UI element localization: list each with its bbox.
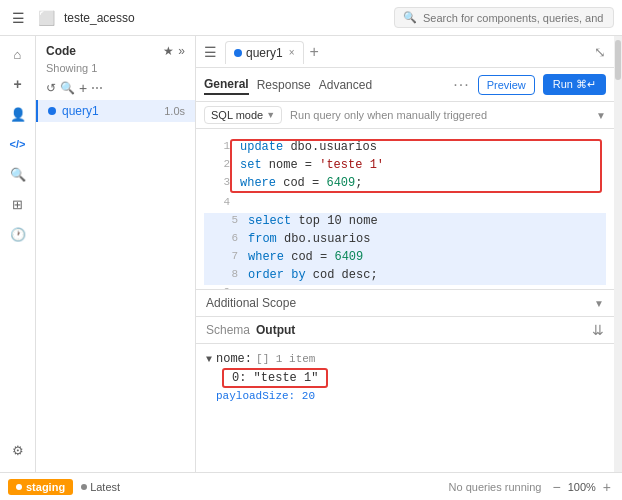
search-icon-small[interactable]: 🔍: [60, 81, 75, 95]
preview-button[interactable]: Preview: [478, 75, 535, 95]
zoom-in-button[interactable]: +: [600, 479, 614, 495]
schema-label: Schema: [206, 323, 250, 337]
query-item[interactable]: query1 1.0s: [36, 100, 195, 122]
more-icon[interactable]: ⋯: [91, 81, 103, 95]
staging-badge[interactable]: staging: [8, 479, 73, 495]
result-value-box: 0: "teste 1": [222, 368, 328, 388]
sidebar-item-add[interactable]: +: [4, 70, 32, 98]
tab-general[interactable]: General: [204, 75, 249, 95]
zoom-control: − 100% +: [549, 479, 614, 495]
line-content: update dbo.usuarios: [240, 140, 377, 154]
vertical-scrollbar[interactable]: [614, 36, 622, 472]
run-button[interactable]: Run ⌘↵: [543, 74, 606, 95]
sql-mode-label: SQL mode: [211, 109, 263, 121]
menu-icon[interactable]: ☰: [8, 8, 28, 28]
left-panel-toolbar: ↺ 🔍 + ⋯: [36, 78, 195, 100]
query-tab[interactable]: query1 ×: [225, 41, 304, 64]
code-line-3: 3 where cod = 6409;: [204, 175, 606, 193]
line-number: 5: [220, 214, 238, 226]
line-content: where cod = 6409: [248, 250, 363, 264]
sidebar-item-components[interactable]: ⊞: [4, 190, 32, 218]
line-content: select top 10 nome: [248, 214, 378, 228]
code-line-9: 9: [196, 285, 614, 289]
schema-bar: Schema Output ⇊: [196, 317, 614, 344]
code-editor-wrapper: 1 update dbo.usuarios 2 set nome = 'test…: [196, 129, 614, 289]
sidebar-item-search[interactable]: 🔍: [4, 160, 32, 188]
left-panel-header: Code ★ »: [36, 36, 195, 62]
icon-sidebar: ⌂ + 👤 </> 🔍 ⊞ 🕐 ⚙: [0, 36, 36, 472]
latest-link[interactable]: Latest: [81, 481, 120, 493]
sidebar-bottom: ⚙: [4, 436, 32, 472]
tab-advanced[interactable]: Advanced: [319, 76, 372, 94]
collapse-icon[interactable]: »: [178, 44, 185, 58]
run-label: Run ⌘↵: [553, 78, 596, 91]
status-bar: staging Latest No queries running − 100%…: [0, 472, 622, 500]
left-panel-title: Code: [46, 44, 76, 58]
sql-mode-bar: SQL mode ▼ Run query only when manually …: [196, 102, 614, 129]
line-number: 7: [220, 250, 238, 262]
tab-close-icon[interactable]: ×: [289, 47, 295, 58]
sidebar-item-code[interactable]: </>: [4, 130, 32, 158]
search-icon: 🔍: [403, 11, 417, 24]
code-line-6: 6 from dbo.usuarios: [204, 231, 606, 249]
tree-child: 0: "teste 1": [206, 368, 604, 388]
line-content: from dbo.usuarios: [248, 232, 370, 246]
sql-mode-dropdown[interactable]: SQL mode ▼: [204, 106, 282, 124]
sidebar-item-clock[interactable]: 🕐: [4, 220, 32, 248]
tree-toggle-icon[interactable]: ▼: [206, 354, 212, 365]
line-number: 8: [220, 268, 238, 280]
showing-count: Showing 1: [36, 62, 195, 78]
code-line-4: 4: [196, 195, 614, 213]
main-layout: ⌂ + 👤 </> 🔍 ⊞ 🕐 ⚙ Code ★ » Showing 1 ↺ 🔍…: [0, 36, 622, 472]
topbar: ☰ ⬜ teste_acesso 🔍: [0, 0, 622, 36]
query-toolbar: General Response Advanced ··· Preview Ru…: [196, 68, 614, 102]
code-editor[interactable]: 1 update dbo.usuarios 2 set nome = 'test…: [196, 129, 614, 289]
code-editor-content: 1 update dbo.usuarios 2 set nome = 'test…: [196, 129, 614, 289]
app-title: teste_acesso: [64, 11, 135, 25]
left-panel-actions: ★ »: [163, 44, 185, 58]
sql-mode-arrow-icon: ▼: [266, 110, 275, 120]
query-tabbar: ☰ query1 × + ⤡: [196, 36, 614, 68]
latest-dot: [81, 484, 87, 490]
line-number: 1: [212, 140, 230, 152]
zoom-out-button[interactable]: −: [549, 479, 563, 495]
tab-expand-icon[interactable]: ⤡: [594, 44, 606, 60]
more-options-icon[interactable]: ···: [453, 76, 469, 94]
line-number: 2: [212, 158, 230, 170]
line-number: 3: [212, 176, 230, 188]
schema-collapse-icon[interactable]: ⇊: [592, 322, 604, 338]
line-number: 9: [212, 286, 230, 289]
search-input[interactable]: [423, 12, 605, 24]
latest-label: Latest: [90, 481, 120, 493]
tree-key: nome:: [216, 352, 252, 366]
left-panel: Code ★ » Showing 1 ↺ 🔍 + ⋯ query1 1.0s: [36, 36, 196, 472]
sidebar-item-user[interactable]: 👤: [4, 100, 32, 128]
tab-label: query1: [246, 46, 283, 60]
tab-hamburger-icon[interactable]: ☰: [204, 44, 217, 60]
selected-code-block: 1 update dbo.usuarios 2 set nome = 'test…: [204, 139, 606, 193]
sidebar-item-home[interactable]: ⌂: [4, 40, 32, 68]
run-when-label: Run query only when manually triggered: [290, 109, 588, 121]
result-value: 0: "teste 1": [232, 371, 318, 385]
query-status-dot: [48, 107, 56, 115]
star-icon[interactable]: ★: [163, 44, 174, 58]
code-line-1: 1 update dbo.usuarios: [204, 139, 606, 157]
tab-dot: [234, 49, 242, 57]
add-query-icon[interactable]: +: [79, 80, 87, 96]
refresh-icon[interactable]: ↺: [46, 81, 56, 95]
zoom-level: 100%: [568, 481, 596, 493]
tab-add-icon[interactable]: +: [310, 43, 319, 61]
additional-scope: Additional Scope ▼: [196, 290, 614, 317]
output-label: Output: [256, 323, 295, 337]
search-bar[interactable]: 🔍: [394, 7, 614, 28]
query-item-name: query1: [62, 104, 158, 118]
staging-dot: [16, 484, 22, 490]
tree-root-row: ▼ nome: [] 1 item: [206, 350, 604, 368]
sidebar-item-settings[interactable]: ⚙: [4, 436, 32, 464]
tab-response[interactable]: Response: [257, 76, 311, 94]
additional-scope-arrow-icon[interactable]: ▼: [594, 298, 604, 309]
query-item-time: 1.0s: [164, 105, 185, 117]
line-content: set nome = 'teste 1': [240, 158, 384, 172]
window-icon[interactable]: ⬜: [36, 8, 56, 28]
line-number: 4: [212, 196, 230, 208]
